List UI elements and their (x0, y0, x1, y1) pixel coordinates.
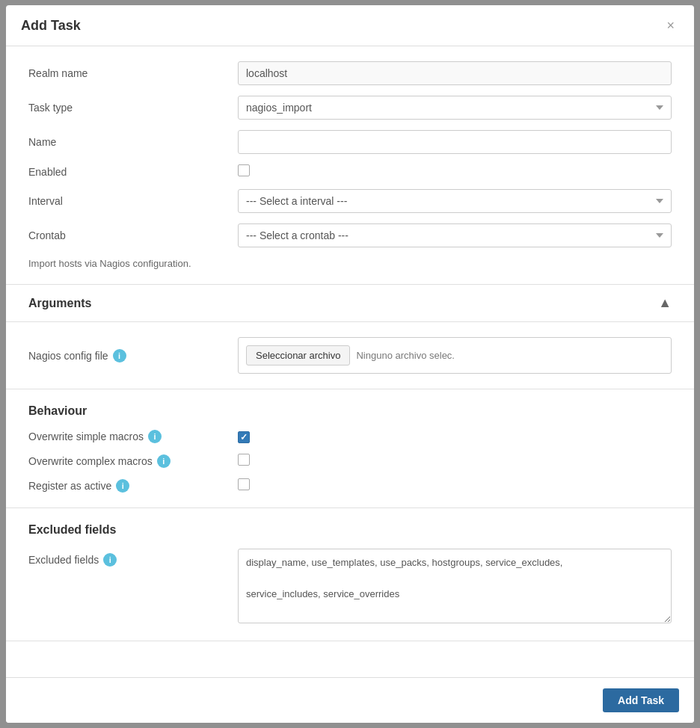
close-button[interactable]: × (662, 17, 679, 34)
overwrite-simple-control (238, 431, 672, 443)
crontab-row: Crontab --- Select a crontab --- (28, 223, 672, 247)
task-type-label: Task type (28, 102, 238, 114)
name-row: Name (28, 130, 672, 154)
overwrite-complex-row: Overwrite complex macros i (28, 454, 672, 468)
interval-control: --- Select a interval --- (238, 189, 672, 213)
arguments-section-title: Arguments (28, 297, 91, 310)
register-active-checkbox[interactable] (238, 478, 250, 490)
register-active-label: Register as active i (28, 479, 238, 493)
task-type-control: nagios_import (238, 96, 672, 120)
overwrite-complex-checkbox[interactable] (238, 454, 250, 466)
enabled-row: Enabled (28, 164, 672, 179)
file-input-wrap: Seleccionar archivo Ninguno archivo sele… (238, 337, 672, 374)
crontab-control: --- Select a crontab --- (238, 223, 672, 247)
realm-name-label: Realm name (28, 67, 238, 79)
enabled-control (238, 164, 672, 179)
arguments-toggle-icon: ▲ (658, 295, 672, 311)
overwrite-complex-info-icon: i (157, 454, 171, 468)
register-active-row: Register as active i (28, 478, 672, 493)
overwrite-simple-label: Overwrite simple macros i (28, 430, 238, 443)
nagios-config-info-icon: i (113, 349, 126, 363)
interval-select[interactable]: --- Select a interval --- (238, 189, 672, 213)
excluded-fields-label: Excluded fields i (28, 549, 238, 567)
excluded-fields-section-content: Excluded fields Excluded fields i (6, 508, 694, 641)
nagios-config-control: Seleccionar archivo Ninguno archivo sele… (238, 337, 672, 374)
add-task-button[interactable]: Add Task (603, 688, 679, 712)
enabled-label: Enabled (28, 166, 238, 178)
enabled-checkbox[interactable] (238, 164, 250, 176)
excluded-fields-control (238, 549, 672, 626)
add-task-modal: Add Task × Realm name Task type (6, 5, 694, 723)
excluded-fields-section-title: Excluded fields (28, 523, 116, 536)
register-active-info-icon: i (116, 479, 129, 493)
modal-body: Realm name Task type nagios_import (6, 46, 694, 677)
behaviour-section-title: Behaviour (28, 404, 87, 417)
interval-label: Interval (28, 195, 238, 207)
behaviour-section: Behaviour Overwrite simple macros i (6, 389, 694, 508)
overwrite-complex-label: Overwrite complex macros i (28, 454, 238, 468)
name-control (238, 130, 672, 154)
interval-row: Interval --- Select a interval --- (28, 189, 672, 213)
name-input[interactable] (238, 130, 672, 154)
name-label: Name (28, 136, 238, 148)
excluded-fields-textarea[interactable] (238, 549, 672, 623)
nagios-config-label: Nagios config file i (28, 349, 238, 363)
behaviour-section-content: Behaviour Overwrite simple macros i (6, 389, 694, 508)
file-select-button[interactable]: Seleccionar archivo (246, 345, 350, 365)
register-active-control (238, 478, 672, 493)
form-description: Import hosts via Nagios configuration. (28, 258, 672, 269)
overwrite-simple-info-icon: i (148, 430, 162, 443)
arguments-section-header[interactable]: Arguments ▲ (6, 285, 694, 322)
modal-header: Add Task × (6, 5, 694, 46)
overwrite-simple-row: Overwrite simple macros i (28, 430, 672, 443)
nagios-config-row: Nagios config file i Seleccionar archivo… (28, 337, 672, 374)
realm-name-control (238, 61, 672, 85)
realm-name-input[interactable] (238, 61, 672, 85)
realm-name-row: Realm name (28, 61, 672, 85)
excluded-fields-section: Excluded fields Excluded fields i (6, 508, 694, 641)
overwrite-simple-checkbox[interactable] (238, 431, 250, 443)
modal-title: Add Task (21, 18, 81, 34)
crontab-label: Crontab (28, 229, 238, 241)
arguments-section: Arguments ▲ Nagios config file i Selecci… (6, 285, 694, 389)
overwrite-complex-control (238, 454, 672, 468)
modal-footer: Add Task (6, 677, 694, 723)
crontab-select[interactable]: --- Select a crontab --- (238, 223, 672, 247)
excluded-fields-info-icon: i (103, 553, 117, 567)
arguments-section-content: Nagios config file i Seleccionar archivo… (6, 322, 694, 389)
excluded-fields-row: Excluded fields i (28, 549, 672, 626)
basic-section: Realm name Task type nagios_import (6, 46, 694, 285)
file-name-display: Ninguno archivo selec. (356, 350, 455, 361)
task-type-row: Task type nagios_import (28, 96, 672, 120)
task-type-select[interactable]: nagios_import (238, 96, 672, 120)
